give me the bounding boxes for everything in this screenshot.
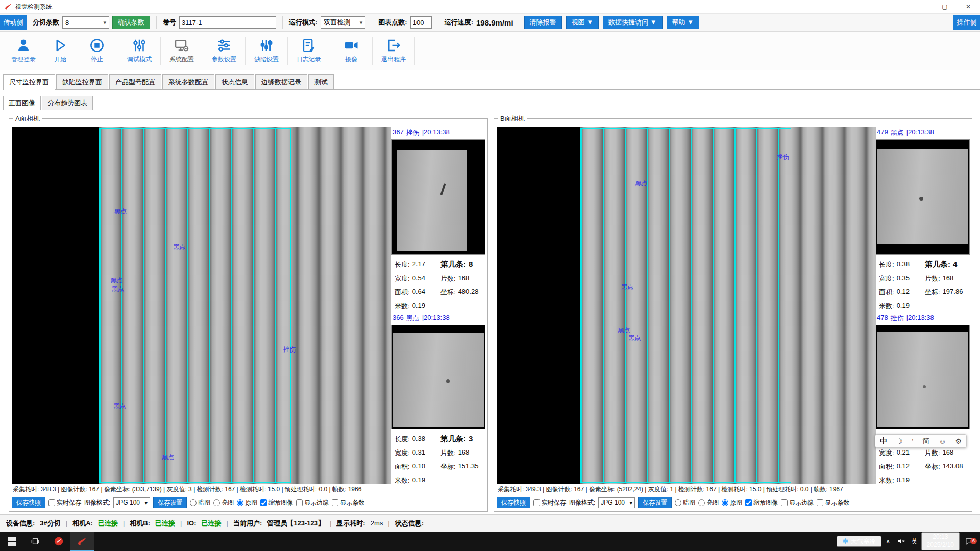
camera-a-image[interactable]: 黑点 黑点 黑点 黑点 挫伤 黑点 黑点	[12, 127, 391, 484]
clear-alarm-button[interactable]: 清除报警	[524, 16, 562, 29]
ime-language-toggle[interactable]: 中	[880, 437, 887, 446]
defect-thumbnail[interactable]	[876, 325, 970, 429]
log-record-button[interactable]: 日志记录	[290, 35, 327, 67]
view-menu-button[interactable]: 视图 ▼	[566, 16, 599, 29]
admin-login-button[interactable]: 管理登录	[5, 35, 42, 67]
defect-settings-button[interactable]: 缺陷设置	[248, 35, 285, 67]
defect-mark: 黑点	[113, 402, 126, 410]
original-image-radio[interactable]	[722, 499, 728, 506]
run-mode-select[interactable]: 双面检测 ▾	[321, 16, 365, 29]
maximize-button[interactable]: ▢	[933, 0, 957, 13]
roll-number-input[interactable]	[179, 16, 276, 29]
stat-coord: 151.35	[458, 462, 479, 471]
taskbar-clock[interactable]: 20:13 2025/2/10	[921, 532, 960, 550]
stop-button[interactable]: 停止	[79, 35, 115, 67]
original-image-radio[interactable]	[237, 499, 243, 506]
start-button[interactable]: 开始	[42, 35, 79, 67]
show-edge-checkbox[interactable]	[781, 499, 788, 506]
camera-a-status-label: 相机A:	[72, 519, 93, 528]
camera-b-status-value: 已连接	[155, 519, 175, 528]
param-settings-button[interactable]: 参数设置	[206, 35, 242, 67]
volume-muted-icon[interactable]	[895, 537, 908, 545]
dark-image-radio[interactable]	[190, 499, 197, 506]
log-document-icon	[301, 38, 316, 53]
hidden-icons-chevron[interactable]: ∧	[881, 538, 895, 545]
camera-a-panel-title: A面相机	[13, 114, 42, 123]
confirm-count-button[interactable]: 确认条数	[112, 16, 150, 29]
camera-b-panel: B面相机 挫伤 黑点 黑点 黑点 黑点 479 黑点 |20:13:38	[494, 118, 972, 512]
bright-image-radio[interactable]	[698, 499, 705, 506]
tab-size-monitor[interactable]: 尺寸监控界面	[3, 74, 55, 90]
tab-status-info[interactable]: 状态信息	[215, 74, 254, 89]
ime-simplified-toggle[interactable]: 简	[922, 437, 929, 446]
system-config-button[interactable]: 系统配置	[163, 35, 200, 67]
ime-emoji-icon[interactable]: ☺	[939, 437, 946, 445]
minimize-button[interactable]: —	[910, 0, 933, 13]
tab-product-model-config[interactable]: 产品型号配置	[109, 74, 161, 89]
save-settings-button[interactable]: 保存设置	[153, 497, 187, 508]
stat-length: 2.17	[412, 260, 425, 269]
task-view-button[interactable]	[23, 532, 47, 551]
toolbar-divider	[118, 37, 118, 65]
data-quick-access-button[interactable]: 数据快捷访问 ▼	[603, 16, 662, 29]
realtime-save-checkbox[interactable]	[48, 499, 55, 506]
toolbar-divider	[203, 37, 203, 65]
slit-count-select[interactable]: 8 ▾	[62, 16, 109, 29]
zoom-image-checkbox[interactable]	[745, 499, 752, 506]
start-button[interactable]	[0, 532, 23, 551]
task-view-icon	[31, 537, 40, 546]
camera-icon	[344, 38, 359, 53]
dark-image-radio[interactable]	[675, 499, 681, 506]
defect-thumbnail[interactable]	[876, 139, 970, 255]
defect-thumbnail[interactable]	[391, 139, 485, 255]
stat-coord: 143.08	[943, 462, 963, 471]
image-format-select[interactable]: JPG 100 ▾	[113, 497, 150, 508]
stat-strip: 8	[469, 260, 473, 269]
exit-program-button[interactable]: 退出程序	[375, 35, 412, 67]
show-count-checkbox[interactable]	[332, 499, 338, 506]
save-snapshot-button[interactable]: 保存快照	[12, 497, 45, 508]
defect-patch	[877, 149, 968, 244]
close-button[interactable]: ✕	[957, 0, 980, 13]
camera-button[interactable]: 摄像	[333, 35, 370, 67]
tab-edge-data-record[interactable]: 边缘数据记录	[255, 74, 307, 89]
show-count-checkbox[interactable]	[817, 499, 823, 506]
zoom-image-checkbox[interactable]	[260, 499, 267, 506]
tab-defect-monitor[interactable]: 缺陷监控界面	[56, 74, 108, 89]
realtime-save-checkbox[interactable]	[533, 499, 540, 506]
ime-settings-gear-icon[interactable]: ⚙	[955, 437, 962, 445]
bright-image-radio[interactable]	[213, 499, 220, 506]
defect-thumbnail[interactable]	[391, 325, 485, 429]
active-app-button[interactable]	[70, 532, 94, 551]
defect-card: 479 黑点 |20:13:38 长度:0.38 第几条:4 宽度:0.35 片…	[876, 127, 970, 313]
defect-patch	[397, 150, 467, 251]
action-center-button[interactable]: 6	[960, 537, 978, 546]
drive-side-button[interactable]: 传动侧	[0, 15, 27, 30]
input-language-indicator[interactable]: 英	[908, 537, 921, 546]
image-format-label: 图像格式:	[84, 498, 110, 507]
subtab-trend-chart[interactable]: 分布趋势图表	[42, 96, 93, 110]
toolbar-divider	[520, 16, 520, 29]
help-menu-button[interactable]: 帮助 ▼	[667, 16, 699, 29]
pinned-app-button[interactable]	[47, 532, 70, 551]
chart-points-input[interactable]	[410, 16, 432, 29]
weather-icon: ❄	[842, 537, 849, 546]
run-speed-group: 运行速度: 198.9m/mi	[443, 18, 516, 27]
tab-test[interactable]: 测试	[308, 74, 334, 89]
defect-id: 478	[877, 314, 888, 323]
ime-punctuation-icon[interactable]: ’	[912, 437, 913, 445]
ime-moon-icon[interactable]: ☽	[896, 437, 903, 445]
tab-system-param-config[interactable]: 系统参数配置	[162, 74, 214, 89]
defect-mark: 黑点	[635, 179, 648, 188]
image-format-select[interactable]: JPG 100 ▾	[598, 497, 635, 508]
operate-side-button[interactable]: 操作侧	[953, 15, 980, 30]
stat-pieces: 168	[943, 274, 954, 283]
debug-mode-button[interactable]: 调试模式	[121, 35, 158, 67]
subtab-front-image[interactable]: 正面图像	[3, 96, 41, 110]
save-snapshot-button[interactable]: 保存快照	[497, 497, 530, 508]
camera-b-image[interactable]: 挫伤 黑点 黑点 黑点 黑点	[497, 127, 876, 484]
toolbar-divider	[287, 37, 288, 65]
weather-widget[interactable]: ❄ 天气寒冷	[837, 536, 881, 547]
save-settings-button[interactable]: 保存设置	[638, 497, 672, 508]
show-edge-checkbox[interactable]	[296, 499, 303, 506]
